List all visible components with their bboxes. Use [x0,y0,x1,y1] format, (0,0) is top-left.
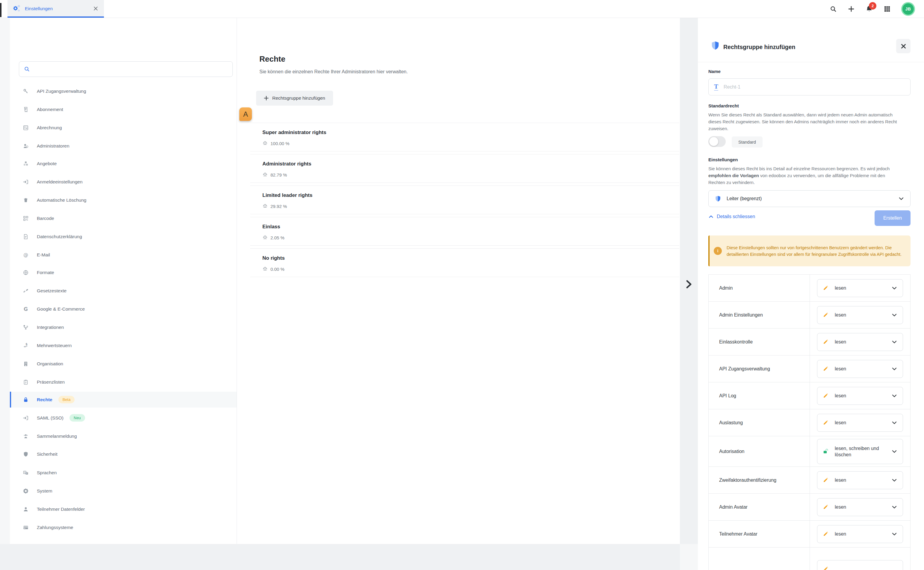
name-input[interactable] [724,84,905,90]
add-rights-group-button[interactable]: Rechtsgruppe hinzufügen [256,90,333,106]
key-icon [23,88,29,95]
sidebar-item-label: Präsenzlisten [37,379,65,385]
rights-group-row[interactable]: Limited leader rights29.92 % [250,185,679,214]
lock-icon [23,397,29,403]
sidebar-item-sprachen[interactable]: AZSprachen [10,465,237,481]
settings-gear-icon [13,5,21,12]
standard-toggle[interactable] [708,136,726,147]
sidebar-item-teilnehmer-datenfelder[interactable]: Teilnehmer Datenfelder [10,501,237,517]
person-icon [23,506,29,513]
global-search-icon[interactable] [829,5,837,13]
permission-level-value: lesen [835,285,886,291]
sidebar-item-saml-sso[interactable]: SAML (SSO)Neu [10,410,237,426]
sidebar-item-organisation[interactable]: Organisation [10,356,237,372]
language-icon: AZ [23,469,29,476]
permission-level-select[interactable]: lesen [817,279,903,297]
create-button[interactable]: Erstellen [875,210,910,226]
settings-sidebar: API ZugangsverwaltungAbonnementAbrechnun… [10,18,237,544]
rights-group-row[interactable]: Super administrator rights100.00 % [250,123,679,152]
rights-group-row[interactable]: Administrator rights82.79 % [250,154,679,183]
standard-description: Wenn Sie dieses Recht als Standard auswä… [708,111,902,132]
sidebar-item-pr-senzlisten[interactable]: Präsenzlisten [10,374,237,390]
browser-tab-bar: Einstellungen 2 JB [0,0,924,18]
sidebar-item-google-e-commerce[interactable]: GGoogle & E-Commerce [10,301,237,317]
sidebar-item-label: Google & E-Commerce [37,306,85,312]
rights-group-name: Super administrator rights [262,130,326,136]
permission-level-select[interactable]: lesen [817,306,903,324]
sidebar-item-abonnement[interactable]: Abonnement [10,101,237,117]
annotation-marker-a: A [239,107,252,121]
sidebar-item-datenschutzerkl-rung[interactable]: Datenschutzerklärung [10,228,237,244]
permission-level-select[interactable] [817,560,903,570]
permission-label: Admin Avatar [709,494,810,520]
sidebar-item-e-mail[interactable]: @E-Mail [10,247,237,263]
rights-group-row[interactable]: Einlass2.05 % [250,217,679,246]
sidebar-item-formate[interactable]: Formate [10,265,237,280]
shield-icon [23,451,29,458]
panel-close-button[interactable] [896,39,910,53]
permission-level-select[interactable]: lesen [817,525,903,543]
add-icon[interactable] [847,5,855,13]
sidebar-item-barcode[interactable]: Barcode [10,210,237,226]
window-edge [0,3,2,17]
sidebar-item-label: Mehrwertsteuern [37,343,72,348]
apps-grid-icon[interactable] [883,5,891,13]
permission-level-select[interactable]: lesen [817,360,903,378]
permission-row: Einlasskontrollelesen [709,328,910,355]
sidebar-item-rechte[interactable]: RechteBeta [10,392,237,408]
expand-panel-chevron[interactable] [682,277,695,291]
advanced-warning-box: i Diese Einstellungen sollten nur von fo… [708,236,910,266]
sidebar-item-label: Teilnehmer Datenfelder [37,507,85,512]
rights-group-name: Einlass [262,224,280,230]
sidebar-item-automatische-l-schung[interactable]: Automatische Löschung [10,192,237,208]
sidebar-item-gesetzestexte[interactable]: Gesetzestexte [10,283,237,299]
pencil-icon [823,312,829,318]
sidebar-item-integrationen[interactable]: Integrationen [10,319,237,335]
tab-close-icon[interactable] [92,6,98,12]
pencil-icon [823,285,829,291]
sidebar-item-label: Gesetzestexte [37,288,66,294]
user-avatar[interactable]: JB [901,2,915,16]
permission-level-select[interactable]: lesen [817,471,903,489]
permission-level-select[interactable]: lesen [817,498,903,516]
sidebar-item-label: API Zugangsverwaltung [37,89,86,94]
standard-section-label: Standardrecht [708,103,739,108]
permission-level-select[interactable]: lesen [817,333,903,351]
gear-icon [23,488,29,494]
notifications-bell-icon[interactable]: 2 [865,5,873,13]
sidebar-item-abrechnung[interactable]: Abrechnung [10,120,237,136]
sidebar-item-mehrwertsteuern[interactable]: $Mehrwertsteuern [10,337,237,353]
sidebar-item-label: Formate [37,270,54,275]
chevron-up-icon [708,214,714,219]
sidebar-item-administratoren[interactable]: Administratoren [10,138,237,154]
chevron-down-icon [891,504,897,510]
chevron-down-icon [891,420,897,426]
permission-level-select[interactable]: lesen [817,387,903,405]
receipt-icon [23,106,29,113]
name-field[interactable]: T [708,78,910,95]
permission-level-select[interactable]: lesen, schreiben und löschen [817,439,903,464]
section-subtitle: Sie können die einzelnen Rechte Ihrer Ad… [259,69,407,75]
sidebar-search-input[interactable] [34,67,228,72]
chevron-down-icon [891,312,897,318]
close-details-link[interactable]: Details schliessen [708,214,755,219]
sidebar-item-label: Angebote [37,161,57,166]
tab-title: Einstellungen [25,6,92,11]
sidebar-item-sammelanmeldung[interactable]: Sammelanmeldung [10,428,237,444]
sidebar-search[interactable] [19,61,233,77]
sidebar-item-zahlungssysteme[interactable]: Zahlungssysteme [10,519,237,535]
sidebar-item-angebote[interactable]: Angebote [10,156,237,172]
sidebar-item-label: Rechte [37,397,52,403]
template-select[interactable]: Leiter (begrenzt) [708,190,910,207]
pencil-icon [823,339,829,345]
pencil-icon [823,531,829,537]
abacus-icon [23,124,29,131]
rights-group-row[interactable]: No rights0.00 % [250,248,679,277]
sidebar-item-api-zugangsverwaltung[interactable]: API Zugangsverwaltung [10,83,237,99]
sidebar-item-system[interactable]: System [10,483,237,499]
sidebar-item-sicherheit[interactable]: Sicherheit [10,446,237,462]
tab-einstellungen[interactable]: Einstellungen [8,0,104,17]
document-icon [23,233,29,240]
permission-level-select[interactable]: lesen [817,414,903,432]
sidebar-item-anmeldeeinstellungen[interactable]: Anmeldeeinstellungen [10,174,237,190]
